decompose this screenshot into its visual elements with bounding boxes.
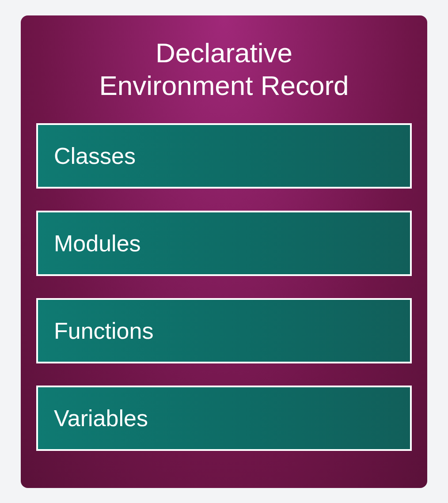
item-functions: Functions [36,298,412,363]
item-label: Variables [54,405,148,431]
card-title: Declarative Environment Record [36,37,412,102]
title-line-2: Environment Record [99,70,349,101]
item-label: Modules [54,230,141,257]
item-variables: Variables [36,386,412,451]
environment-record-card: Declarative Environment Record Classes M… [21,15,427,488]
item-label: Classes [54,143,136,169]
items-container: Classes Modules Functions Variables [36,123,412,451]
title-line-1: Declarative [156,38,292,68]
item-modules: Modules [36,211,412,276]
item-label: Functions [54,318,153,344]
item-classes: Classes [36,123,412,189]
